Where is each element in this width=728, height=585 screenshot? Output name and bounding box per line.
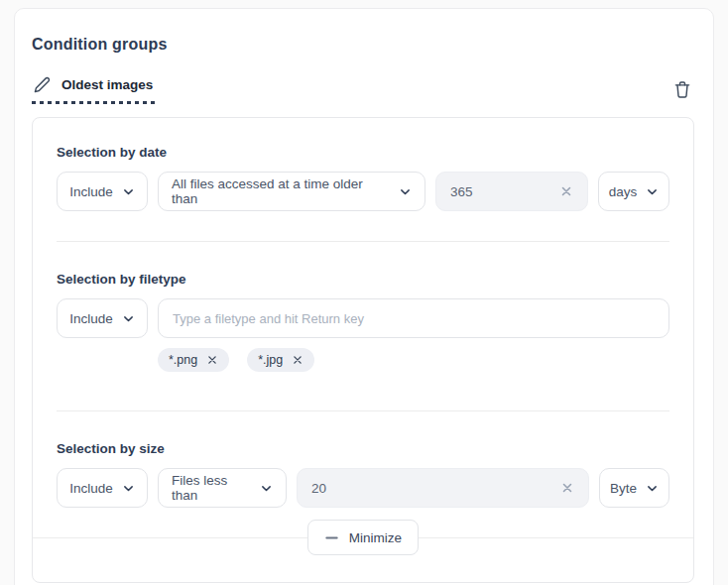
- chevron-down-icon: [122, 185, 135, 198]
- condition-groups-panel: Condition groups Oldest images Selection…: [14, 8, 714, 585]
- tag-remove-button[interactable]: [206, 354, 218, 366]
- date-unit-value: days: [609, 184, 638, 199]
- date-mode-dropdown[interactable]: All files accessed at a time older than: [158, 172, 425, 211]
- date-value-field: [435, 172, 588, 211]
- date-row: Include All files accessed at a time old…: [57, 172, 669, 211]
- group-title-edit[interactable]: Oldest images: [32, 74, 157, 104]
- filetype-row: Include: [57, 298, 669, 338]
- filetype-include-dropdown[interactable]: Include: [57, 298, 148, 338]
- date-mode-value: All files accessed at a time older than: [172, 176, 390, 206]
- chevron-down-icon: [646, 185, 659, 198]
- delete-group-button[interactable]: [670, 77, 694, 101]
- filetype-input[interactable]: [173, 311, 655, 326]
- minimize-label: Minimize: [349, 530, 402, 545]
- filetype-tag-label: *.png: [169, 353, 197, 367]
- size-include-dropdown[interactable]: Include: [57, 468, 148, 508]
- minimize-row: Minimize: [57, 520, 669, 555]
- filetype-input-field: [158, 298, 669, 338]
- date-value-clear-button[interactable]: [557, 182, 575, 200]
- size-unit-dropdown[interactable]: Byte: [599, 468, 669, 508]
- chevron-down-icon: [122, 482, 135, 495]
- filetype-tag: *.png: [158, 348, 229, 372]
- filetype-tags: *.png *.jpg: [158, 348, 669, 372]
- group-header: Oldest images: [32, 74, 694, 104]
- chevron-down-icon: [399, 185, 412, 198]
- size-value-clear-button[interactable]: [558, 479, 576, 497]
- remove-x-icon: [207, 355, 217, 365]
- chevron-down-icon: [260, 482, 273, 495]
- section-divider: [57, 241, 669, 242]
- clear-x-icon: [559, 184, 573, 198]
- size-value-field: [297, 468, 589, 508]
- size-mode-value: Files less than: [172, 473, 251, 503]
- filetype-tag-label: *.jpg: [258, 353, 283, 367]
- condition-group-card: Selection by date Include All files acce…: [32, 117, 694, 583]
- date-value-input[interactable]: [450, 184, 557, 199]
- date-section-heading: Selection by date: [57, 145, 669, 160]
- trash-icon: [672, 79, 692, 99]
- remove-x-icon: [293, 355, 303, 365]
- filetype-include-value: Include: [69, 311, 113, 326]
- size-include-value: Include: [69, 481, 113, 496]
- size-mode-dropdown[interactable]: Files less than: [158, 468, 287, 508]
- page-title: Condition groups: [32, 36, 694, 54]
- size-row: Include Files less than: [57, 468, 669, 508]
- filetype-tag: *.jpg: [247, 348, 314, 372]
- date-unit-dropdown[interactable]: days: [598, 172, 669, 211]
- group-name: Oldest images: [61, 77, 153, 92]
- chevron-down-icon: [646, 482, 659, 495]
- date-include-value: Include: [69, 184, 113, 199]
- minus-icon: [324, 530, 339, 545]
- section-divider: [57, 410, 669, 411]
- filetype-section-heading: Selection by filetype: [57, 272, 669, 287]
- pencil-icon[interactable]: [32, 74, 53, 95]
- date-include-dropdown[interactable]: Include: [57, 172, 148, 211]
- minimize-button[interactable]: Minimize: [307, 520, 419, 555]
- tag-remove-button[interactable]: [292, 354, 303, 366]
- chevron-down-icon: [122, 312, 135, 325]
- size-unit-value: Byte: [610, 481, 637, 496]
- clear-x-icon: [560, 481, 574, 495]
- size-section-heading: Selection by size: [57, 441, 669, 456]
- size-value-input[interactable]: [311, 481, 558, 496]
